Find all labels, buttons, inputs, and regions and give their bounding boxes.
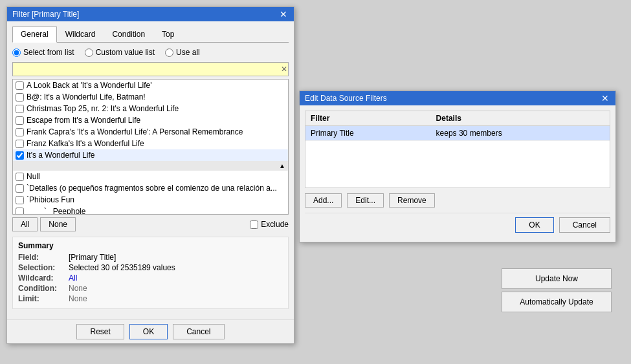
list-item-checked[interactable]: It's a Wonderful Life bbox=[13, 149, 288, 161]
summary-selection-label: Selection: bbox=[18, 263, 63, 272]
list-item[interactable]: Escape from It's a Wonderful Life bbox=[13, 114, 288, 126]
filter-dialog-close-button[interactable]: ✕ bbox=[278, 10, 289, 19]
summary-section: Summary Field: [Primary Title] Selection… bbox=[12, 237, 289, 309]
cancel-button[interactable]: Cancel bbox=[173, 324, 224, 339]
edit-filter-footer: OK Cancel bbox=[305, 213, 610, 237]
edit-button[interactable]: Edit... bbox=[347, 193, 384, 208]
summary-selection-value: Selected 30 of 2535189 values bbox=[69, 263, 175, 272]
list-section-divider: ▲ bbox=[13, 161, 288, 171]
list-controls: All None Exclude bbox=[12, 217, 289, 231]
filter-tabs: General Wildcard Condition Top bbox=[12, 27, 289, 43]
list-item[interactable]: _ _ _`_ Peephole bbox=[13, 206, 288, 215]
tab-general[interactable]: General bbox=[12, 27, 57, 43]
remove-button[interactable]: Remove bbox=[389, 193, 435, 208]
filter-col-header: Filter bbox=[305, 111, 431, 126]
list-item[interactable]: A Look Back at 'It's a Wonderful Life' bbox=[13, 80, 288, 91]
all-none-buttons: All None bbox=[12, 217, 76, 231]
edit-filter-content: Filter Details Primary Title keeps 30 me… bbox=[300, 105, 615, 242]
list-item[interactable]: Null bbox=[13, 171, 288, 182]
search-clear-button[interactable]: ✕ bbox=[281, 65, 287, 74]
summary-condition-label: Condition: bbox=[18, 284, 63, 293]
filter-radio-group: Select from list Custom value list Use a… bbox=[12, 48, 289, 57]
summary-condition-value[interactable]: None bbox=[69, 284, 87, 293]
edit-filter-cancel-button[interactable]: Cancel bbox=[559, 217, 610, 233]
summary-limit-label: Limit: bbox=[18, 294, 63, 303]
none-button[interactable]: None bbox=[40, 217, 76, 231]
list-item[interactable]: Christmas Top 25, nr. 2: It's a Wonderfu… bbox=[13, 103, 288, 114]
filter-dialog-titlebar: Filter [Primary Title] ✕ bbox=[7, 7, 294, 21]
filter-list[interactable]: A Look Back at 'It's a Wonderful Life' B… bbox=[12, 79, 289, 215]
edit-filter-action-buttons: Add... Edit... Remove bbox=[305, 193, 610, 208]
tab-wildcard[interactable]: Wildcard bbox=[57, 27, 104, 42]
exclude-group: Exclude bbox=[250, 220, 289, 229]
details-cell: keeps 30 members bbox=[431, 126, 610, 141]
edit-filter-dialog: Edit Data Source Filters ✕ Filter Detail… bbox=[299, 91, 616, 242]
summary-wildcard-row: Wildcard: All bbox=[18, 273, 283, 283]
summary-limit-value[interactable]: None bbox=[69, 294, 87, 303]
edit-filter-ok-button[interactable]: OK bbox=[515, 217, 553, 233]
auto-update-button[interactable]: Automatically Update bbox=[502, 292, 612, 312]
reset-button[interactable]: Reset bbox=[76, 324, 124, 339]
list-item[interactable]: `Detalles (o pequeños fragmentos sobre e… bbox=[13, 182, 288, 194]
update-now-button[interactable]: Update Now bbox=[502, 268, 612, 289]
list-item[interactable]: `Phibious Fun bbox=[13, 194, 288, 206]
search-container: it's a wonderful life ✕ bbox=[12, 62, 289, 76]
all-button[interactable]: All bbox=[12, 217, 38, 231]
summary-wildcard-label: Wildcard: bbox=[18, 273, 63, 283]
summary-limit-row: Limit: None bbox=[18, 294, 283, 303]
edit-filter-close-button[interactable]: ✕ bbox=[600, 94, 610, 103]
summary-title: Summary bbox=[18, 241, 283, 250]
tab-top[interactable]: Top bbox=[153, 27, 183, 42]
search-input[interactable]: it's a wonderful life bbox=[12, 62, 289, 76]
edit-filter-title: Edit Data Source Filters bbox=[305, 94, 387, 103]
filter-dialog: Filter [Primary Title] ✕ General Wildcar… bbox=[6, 6, 294, 344]
summary-wildcard-value[interactable]: All bbox=[69, 273, 77, 283]
add-button[interactable]: Add... bbox=[305, 193, 342, 208]
summary-field-row: Field: [Primary Title] bbox=[18, 253, 283, 262]
ok-button[interactable]: OK bbox=[129, 324, 168, 339]
summary-field-label: Field: bbox=[18, 253, 63, 262]
edit-filter-titlebar: Edit Data Source Filters ✕ bbox=[300, 91, 615, 105]
filter-dialog-title: Filter [Primary Title] bbox=[12, 10, 79, 19]
summary-field-value: [Primary Title] bbox=[69, 253, 116, 262]
radio-use-all[interactable]: Use all bbox=[165, 48, 200, 57]
filter-dialog-footer: Reset OK Cancel bbox=[7, 319, 294, 343]
exclude-checkbox[interactable] bbox=[250, 220, 258, 229]
list-item[interactable]: B@: It's a Wonderful Life, Batman! bbox=[13, 91, 288, 103]
summary-selection-row: Selection: Selected 30 of 2535189 values bbox=[18, 263, 283, 272]
table-row[interactable]: Primary Title keeps 30 members bbox=[305, 126, 610, 141]
details-col-header: Details bbox=[431, 111, 610, 126]
filter-table-container: Filter Details Primary Title keeps 30 me… bbox=[305, 111, 610, 188]
exclude-label: Exclude bbox=[261, 220, 289, 229]
filter-cell: Primary Title bbox=[305, 126, 431, 141]
list-item[interactable]: Frank Capra's 'It's a Wonderful Life': A… bbox=[13, 126, 288, 138]
radio-select-from-list[interactable]: Select from list bbox=[12, 48, 74, 57]
right-buttons: Update Now Automatically Update bbox=[502, 268, 612, 312]
radio-custom-value-list[interactable]: Custom value list bbox=[85, 48, 155, 57]
summary-condition-row: Condition: None bbox=[18, 284, 283, 293]
filter-dialog-content: General Wildcard Condition Top Select fr… bbox=[7, 21, 294, 319]
tab-condition[interactable]: Condition bbox=[104, 27, 153, 42]
list-item[interactable]: Franz Kafka's It's a Wonderful Life bbox=[13, 138, 288, 149]
filter-table: Filter Details Primary Title keeps 30 me… bbox=[305, 111, 610, 141]
